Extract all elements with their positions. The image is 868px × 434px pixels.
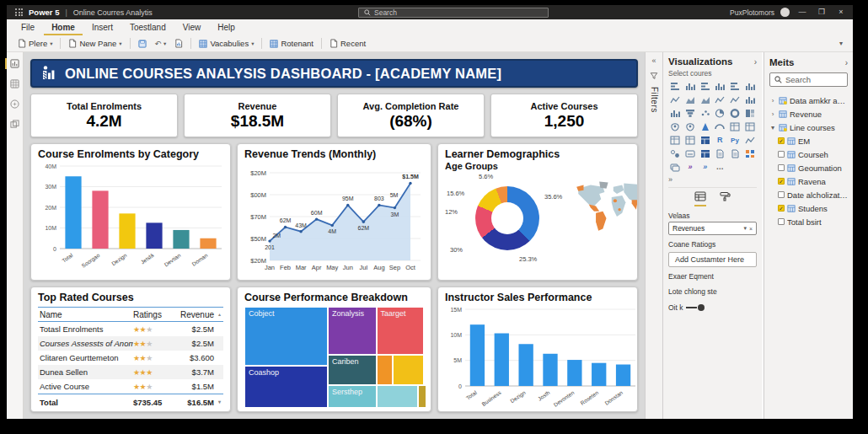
menu-tab-toestland[interactable]: Toestland: [122, 19, 174, 35]
viz-type-pct-bar-icon[interactable]: [728, 80, 742, 92]
viz-type-stacked-bar-icon[interactable]: [668, 80, 683, 92]
expand-icon[interactable]: ▾: [769, 124, 776, 131]
collapse-pane-icon[interactable]: ›: [754, 57, 757, 67]
expand-icon[interactable]: ›: [769, 110, 776, 118]
age-groups-donut-chart[interactable]: 5.6%15.6%12%30%25.3%35.6%: [445, 172, 573, 265]
minimize-button[interactable]: —: [796, 5, 809, 19]
toolbar-button-recent[interactable]: Recent: [325, 37, 370, 50]
expand-filters-icon[interactable]: «: [651, 56, 656, 65]
field-item-ravena[interactable]: ✓Ravena: [769, 174, 848, 188]
toolbar-button-new-pane[interactable]: New Pane▾: [64, 37, 126, 50]
field-checkbox[interactable]: ✓: [778, 205, 785, 212]
waffle-menu-icon[interactable]: [15, 8, 23, 16]
viz-type-line-stacked-icon[interactable]: [728, 94, 742, 105]
menu-tab-insert[interactable]: Insert: [84, 19, 121, 35]
report-view-icon[interactable]: [9, 58, 20, 69]
toolbar-button-rotenant[interactable]: Rotenant: [265, 37, 318, 50]
toolbar-icon-report[interactable]: [170, 37, 187, 50]
viz-type-kpi-multi-icon[interactable]: [742, 147, 757, 159]
close-button[interactable]: ×: [834, 5, 848, 19]
viz-type-stacked-column-icon[interactable]: [683, 80, 698, 92]
field-item-courseh[interactable]: Courseh: [769, 147, 848, 161]
avatar[interactable]: [780, 8, 790, 17]
viz-type-line-icon[interactable]: [668, 94, 683, 105]
viz-type-stacked-area-icon[interactable]: [698, 94, 712, 105]
treemap-tile[interactable]: [393, 355, 424, 385]
instructor-bar-chart[interactable]: 15M10M5M0TotalBusinessDezignJosthDevonte…: [445, 304, 630, 412]
dax-query-view-icon[interactable]: [9, 119, 20, 130]
viz-type-shape-map-icon[interactable]: [713, 121, 727, 132]
treemap-tile[interactable]: [377, 355, 393, 385]
global-search-input[interactable]: Search: [358, 8, 549, 18]
enrolments-bar-chart[interactable]: 40M30M20M10M0TotalSoorgaoDezignJetsláDev…: [38, 161, 223, 277]
viz-type-scatter-icon[interactable]: [698, 107, 712, 119]
toolbar-icon-save[interactable]: [134, 38, 151, 50]
table-row[interactable]: Totasl Enrolments★★★$2.5M: [38, 322, 223, 336]
field-item-total-bsirt[interactable]: Total bsirt: [769, 215, 848, 228]
viz-type-clustered-column-icon[interactable]: [713, 80, 727, 92]
table-row[interactable]: Dunea Sellen★★★$3.7M: [38, 365, 223, 379]
field-item-line-courses[interactable]: ▾Line courses: [769, 121, 848, 134]
viz-type-buttons-icon[interactable]: [668, 161, 683, 173]
viz-type-table-sm-icon[interactable]: [728, 121, 742, 132]
field-checkbox[interactable]: [778, 164, 785, 171]
menu-tab-home[interactable]: Home: [44, 19, 83, 35]
expand-icon[interactable]: ›: [769, 97, 776, 104]
tab-fields[interactable]: [694, 191, 706, 206]
top-courses-table[interactable]: NameRatingsRevenue▴Totasl Enrolments★★★$…: [38, 307, 223, 410]
viz-type-area-icon[interactable]: [683, 94, 698, 105]
menu-tab-view[interactable]: View: [175, 19, 209, 35]
field-checkbox[interactable]: ✓: [778, 137, 785, 144]
viz-type-funnel-icon[interactable]: [683, 107, 698, 119]
viz-type-line-clustered-icon[interactable]: [713, 94, 727, 105]
viz-type-table-sm2-icon[interactable]: [742, 121, 757, 132]
viz-type-report-doc-icon[interactable]: [728, 147, 742, 159]
tab-format[interactable]: [720, 191, 731, 206]
field-item-revenue[interactable]: ›Revenue: [769, 107, 848, 121]
viz-type-paginated-report-icon[interactable]: [713, 147, 727, 159]
remove-field-icon[interactable]: ×: [749, 226, 753, 232]
world-map[interactable]: [573, 178, 638, 259]
donut-ring[interactable]: [475, 186, 539, 250]
viz-type-pie-icon[interactable]: [713, 107, 727, 119]
viz-type-key-influencers-icon[interactable]: [668, 147, 683, 159]
viz-type-map-icon[interactable]: [668, 121, 683, 132]
viz-type-pct-column-icon[interactable]: [742, 80, 757, 92]
restore-button[interactable]: ❐: [815, 5, 828, 19]
toolbar-icon-undo[interactable]: ↶▾: [151, 38, 171, 50]
viz-type-table-icon[interactable]: [683, 134, 698, 146]
treemap-tile-taarget[interactable]: Taarget: [377, 307, 424, 355]
viz-type-treemap-icon[interactable]: [742, 107, 757, 119]
kpi-card-revenue[interactable]: Revenue$18.5M: [184, 94, 331, 137]
collapse-ribbon-icon[interactable]: ▾: [839, 40, 846, 47]
viz-type-slicer-icon[interactable]: [698, 147, 712, 159]
chevron-down-icon[interactable]: ▾: [743, 225, 747, 232]
toolbar-button-vacabulies[interactable]: Vacabulies▾: [195, 37, 258, 50]
field-checkbox[interactable]: ✓: [778, 178, 785, 185]
toolbar-button-plere[interactable]: Plere▾: [13, 37, 56, 50]
table-header[interactable]: NameRatingsRevenue▴: [38, 307, 223, 322]
menu-tab-help[interactable]: Help: [210, 19, 243, 35]
treemap-tile-sersthep[interactable]: Sersthep: [328, 385, 377, 408]
value-field-chip[interactable]: Revenues ▾ ×: [668, 222, 757, 235]
treemap-tile[interactable]: [418, 385, 426, 408]
toggle-switch[interactable]: [698, 304, 705, 311]
field-item-data-amkkr-aourse[interactable]: ›Data amkkr aourse: [769, 94, 848, 107]
viz-type-matrix-selected-icon[interactable]: [698, 134, 712, 146]
field-item-geoumation[interactable]: Geoumation: [769, 161, 848, 174]
model-view-icon[interactable]: [9, 99, 20, 110]
viz-type-donut-icon[interactable]: [728, 107, 742, 119]
performance-treemap[interactable]: CobjectCoashopZonalysisTaargetCaribenSer…: [244, 307, 424, 408]
collapse-fields-icon[interactable]: ›: [845, 58, 848, 67]
table-row[interactable]: Clitaren Geurttemeton★★★$3.600: [38, 351, 223, 365]
scroll-up-icon[interactable]: ▴: [216, 312, 223, 317]
table-row[interactable]: Active Course★★★$1.5M: [38, 379, 223, 394]
add-field-dropzone[interactable]: Add Custamter Here: [668, 252, 757, 267]
viz-type-card-icon[interactable]: [683, 147, 698, 159]
menu-tab-file[interactable]: File: [13, 19, 42, 35]
field-checkbox[interactable]: [778, 151, 785, 158]
viz-type-power-apps-icon[interactable]: »: [683, 161, 698, 173]
viz-type-ellipsis-icon[interactable]: …: [713, 161, 727, 173]
viz-type-filled-map-icon[interactable]: [683, 121, 698, 132]
viz-type-azure-map-icon[interactable]: [698, 121, 712, 132]
